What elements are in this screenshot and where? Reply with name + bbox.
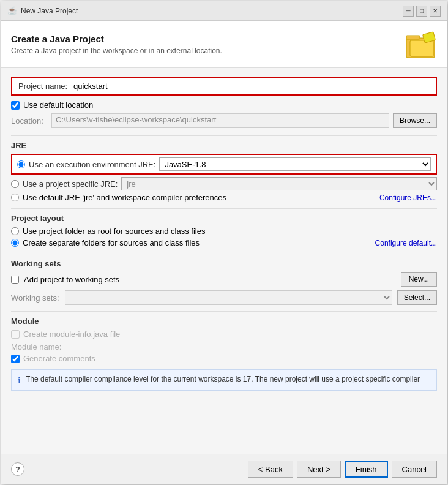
- divider-3: [11, 254, 437, 254]
- jre-section-title: JRE: [11, 141, 437, 150]
- project-name-label: Project name:: [18, 81, 73, 91]
- content-area: Project name: Use default location Locat…: [1, 68, 447, 454]
- help-button[interactable]: ?: [11, 462, 24, 476]
- java-icon: ☕: [7, 6, 17, 16]
- svg-rect-2: [410, 40, 433, 56]
- dialog-subtitle: Create a Java project in the workspace o…: [11, 47, 222, 55]
- use-default-location-checkbox[interactable]: [11, 101, 20, 110]
- create-module-info-row: Create module-info.java file: [11, 329, 437, 339]
- jre-option2-label: Use a project specific JRE:: [23, 179, 118, 189]
- location-row: Location: C:\Users\v-tishe\eclipse-works…: [11, 113, 437, 128]
- module-name-row: Module name:: [11, 342, 437, 352]
- working-sets-title: Working sets: [11, 259, 437, 268]
- footer-right: < Back Next > Finish Cancel: [248, 461, 437, 478]
- header-text: Create a Java Project Create a Java proj…: [11, 34, 222, 55]
- layout-option2-label: Create separate folders for sources and …: [23, 238, 200, 247]
- configure-default-link[interactable]: Configure default...: [375, 239, 437, 247]
- jre-option1-row: Use an execution environment JRE: JavaSE…: [11, 154, 437, 175]
- create-module-info-label: Create module-info.java file: [23, 329, 120, 339]
- use-default-location-label: Use default location: [23, 100, 93, 110]
- working-sets-add-row: Add project to working sets New...: [11, 272, 437, 287]
- create-module-info-checkbox[interactable]: [11, 330, 20, 339]
- jre-option3-label: Use default JRE 'jre' and workspace comp…: [23, 193, 226, 202]
- cancel-button[interactable]: Cancel: [392, 461, 437, 478]
- working-sets-section: Working sets Add project to working sets…: [11, 259, 437, 305]
- divider-2: [11, 208, 437, 209]
- module-section: Module Create module-info.java file Modu…: [11, 317, 437, 363]
- layout-option1-label: Use project folder as root for sources a…: [23, 227, 205, 236]
- jre-option3-row: Use default JRE 'jre' and workspace comp…: [11, 193, 437, 202]
- title-bar-left: ☕ New Java Project: [7, 6, 78, 16]
- finish-button[interactable]: Finish: [345, 461, 388, 478]
- folder-icon: [405, 29, 437, 59]
- project-layout-section: Project layout Use project folder as roo…: [11, 214, 437, 247]
- layout-option2-radio[interactable]: [11, 239, 19, 247]
- divider-1: [11, 135, 437, 136]
- footer: ? < Back Next > Finish Cancel: [1, 454, 447, 484]
- dialog-window: ☕ New Java Project ─ □ ✕ Create a Java P…: [1, 1, 447, 484]
- new-working-set-button[interactable]: New...: [401, 272, 437, 287]
- working-sets-label: Working sets:: [11, 293, 60, 303]
- use-default-location-row: Use default location: [11, 100, 437, 110]
- jre-option2-select[interactable]: jre: [121, 177, 437, 190]
- svg-rect-1: [406, 36, 420, 39]
- back-button[interactable]: < Back: [248, 461, 293, 478]
- jre-option2-radio[interactable]: [11, 180, 19, 188]
- title-bar-controls: ─ □ ✕: [403, 6, 441, 17]
- maximize-button[interactable]: □: [416, 6, 427, 17]
- configure-jres-link[interactable]: Configure JREs...: [379, 194, 437, 202]
- layout-option2-row: Create separate folders for sources and …: [11, 238, 437, 247]
- layout-option1-radio[interactable]: [11, 227, 19, 235]
- next-button[interactable]: Next >: [297, 461, 341, 478]
- footer-left: ?: [11, 462, 24, 476]
- add-to-working-sets-checkbox[interactable]: [11, 276, 19, 284]
- location-value: C:\Users\v-tishe\eclipse-workspace\quick…: [51, 113, 389, 128]
- working-sets-select[interactable]: [65, 290, 392, 305]
- divider-4: [11, 311, 437, 312]
- jre-option3-left: Use default JRE 'jre' and workspace comp…: [11, 193, 226, 202]
- project-name-row: Project name:: [11, 77, 437, 96]
- title-bar: ☕ New Java Project ─ □ ✕: [1, 1, 447, 21]
- minimize-button[interactable]: ─: [403, 6, 414, 17]
- add-to-working-sets-label: Add project to working sets: [24, 275, 396, 284]
- module-name-label: Module name:: [11, 342, 61, 352]
- jre-option1-radio[interactable]: [17, 160, 25, 168]
- project-layout-title: Project layout: [11, 214, 437, 223]
- jre-option3-radio[interactable]: [11, 194, 19, 201]
- jre-option1-select[interactable]: JavaSE-1.8: [159, 157, 431, 171]
- project-name-input[interactable]: [73, 81, 430, 91]
- header-area: Create a Java Project Create a Java proj…: [1, 21, 447, 68]
- title-bar-title: New Java Project: [21, 7, 78, 15]
- working-sets-input-row: Working sets: Select...: [11, 290, 437, 305]
- generate-comments-checkbox[interactable]: [11, 355, 20, 363]
- generate-comments-label: Generate comments: [23, 354, 95, 363]
- module-title: Module: [11, 317, 437, 326]
- info-icon: ℹ: [18, 375, 21, 385]
- layout-option2-left: Create separate folders for sources and …: [11, 238, 200, 247]
- location-label: Location:: [11, 116, 48, 126]
- jre-section: JRE Use an execution environment JRE: Ja…: [11, 141, 437, 202]
- dialog-title: Create a Java Project: [11, 34, 222, 44]
- select-working-set-button[interactable]: Select...: [397, 290, 437, 305]
- browse-button[interactable]: Browse...: [393, 113, 437, 128]
- generate-comments-row: Generate comments: [11, 354, 437, 363]
- layout-option1-row: Use project folder as root for sources a…: [11, 227, 437, 236]
- jre-option1-label: Use an execution environment JRE:: [29, 160, 155, 169]
- close-button[interactable]: ✕: [430, 6, 441, 17]
- info-bar: ℹ The default compiler compliance level …: [11, 369, 437, 391]
- jre-option2-row: Use a project specific JRE: jre: [11, 177, 437, 190]
- info-text: The default compiler compliance level fo…: [26, 375, 420, 383]
